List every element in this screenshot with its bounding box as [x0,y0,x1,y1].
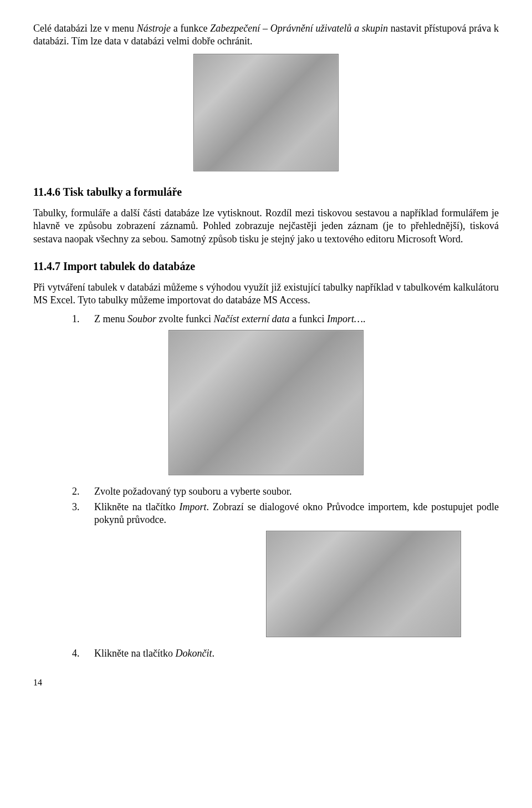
text: Celé databázi lze v menu [33,23,137,34]
list-number: 1. [72,313,94,326]
screenshot-permissions-dialog [193,54,339,171]
step-3: 3. Klikněte na tlačítko Import. Zobrazí … [72,501,499,527]
page-number: 14 [33,677,499,689]
list-text: Klikněte na tlačítko Import. Zobrazí se … [94,501,499,527]
list-number: 2. [72,485,94,498]
text: a funkce [171,23,210,34]
step-4: 4. Klikněte na tlačítko Dokončit. [72,647,499,660]
menu-ref: Zabezpečení – Oprávnění uživatelů a skup… [210,23,388,34]
list-text: Klikněte na tlačítko Dokončit. [94,647,499,660]
menu-ref: Import [180,501,207,512]
intro-paragraph: Celé databázi lze v menu Nástroje a funk… [33,22,499,48]
step-1: 1. Z menu Soubor zvolte funkci Načíst ex… [72,313,499,326]
text: a funkci [289,313,326,324]
menu-ref: Import… [327,313,363,324]
heading-11-4-6: 11.4.6 Tisk tabulky a formuláře [33,185,499,199]
text: Z menu [94,313,127,324]
text: . [363,313,366,324]
text: Klikněte na tlačítko [94,501,180,512]
screenshot-import-menu [168,330,364,475]
paragraph-11-4-6: Tabulky, formuláře a další části databáz… [33,207,499,246]
menu-ref: Soubor [127,313,156,324]
list-text: Z menu Soubor zvolte funkci Načíst exter… [94,313,499,326]
heading-11-4-7: 11.4.7 Import tabulek do databáze [33,259,499,273]
step-2: 2. Zvolte požadovaný typ souboru a vyber… [72,485,499,498]
screenshot-import-wizard [266,531,461,637]
menu-ref: Dokončit [175,648,212,659]
list-text: Zvolte požadovaný typ souboru a vyberte … [94,485,499,498]
list-number: 4. [72,647,94,660]
text: . [212,648,214,659]
text: zvolte funkci [156,313,213,324]
menu-ref: Nástroje [137,23,171,34]
menu-ref: Načíst externí data [213,313,289,324]
paragraph-11-4-7: Při vytváření tabulek v databázi můžeme … [33,281,499,307]
text: Klikněte na tlačítko [94,648,175,659]
list-number: 3. [72,501,94,527]
